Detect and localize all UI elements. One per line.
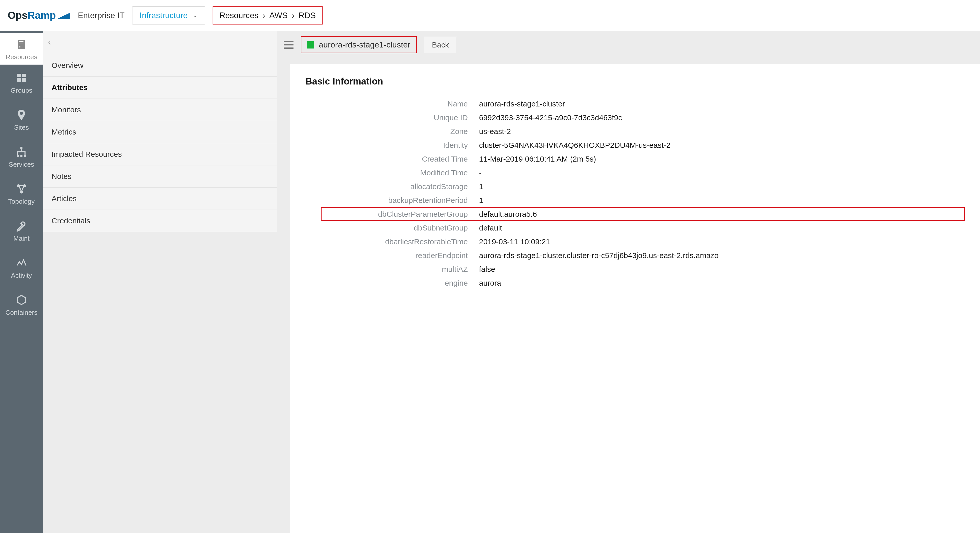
attr-row: readerEndpointaurora-rds-stage1-cluster.… [321,249,965,263]
rail-label: Services [9,161,34,169]
rail-label: Groups [11,86,32,94]
attr-key: multiAZ [321,265,479,274]
attr-value: aurora [479,279,501,288]
attributes-card: Basic Information Nameaurora-rds-stage1-… [290,64,980,533]
svg-rect-0 [18,40,25,49]
network-icon [15,146,27,158]
rail-item-topology[interactable]: Topology [0,176,43,213]
rail-item-maint[interactable]: Maint [0,213,43,250]
tools-icon [15,220,27,232]
activity-icon [15,257,27,269]
svg-rect-5 [22,74,26,77]
brand-logo: OpsRamp [8,10,70,21]
box-icon [15,294,27,306]
section-title: Basic Information [305,76,965,87]
rail-label: Resources [6,53,37,61]
attr-value: aurora-rds-stage1-cluster [479,100,565,108]
attr-key: allocatedStorage [321,182,479,191]
svg-rect-4 [17,74,21,77]
attr-row: Nameaurora-rds-stage1-cluster [321,97,965,111]
attr-key: Created Time [321,155,479,163]
svg-rect-8 [21,147,22,149]
breadcrumb-item[interactable]: AWS [269,11,288,20]
panel-item-overview[interactable]: Overview [43,54,277,76]
tenant-name[interactable]: Enterprise IT [78,11,124,20]
attr-row: Modified Time- [321,166,965,180]
rail-item-resources[interactable]: Resources [0,33,43,65]
brand-part2: Ramp [27,10,56,21]
attr-row: dbSubnetGroupdefault [321,221,965,235]
location-pin-icon [15,109,27,121]
attr-value: - [479,169,482,177]
attr-row: dbarliestRestorableTime2019-03-11 10:09:… [321,235,965,249]
rail-label: Sites [14,124,29,132]
panel-item-credentials[interactable]: Credentials [43,210,277,232]
attr-key: engine [321,279,479,288]
rail-label: Maint [13,235,30,242]
attr-key: Unique ID [321,113,479,122]
panel-item-articles[interactable]: Articles [43,188,277,210]
attr-value: cluster-5G4NAK43HVKA4Q6KHOXBP2DU4M-us-ea… [479,141,670,150]
attr-row: Identitycluster-5G4NAK43HVKA4Q6KHOXBP2DU… [321,138,965,152]
attr-row: backupRetentionPeriod1 [321,194,965,207]
panel-item-notes[interactable]: Notes [43,165,277,188]
hamburger-icon[interactable] [284,41,293,49]
nav-dropdown-label: Infrastructure [140,11,188,20]
attr-value: 1 [479,182,484,191]
panel-item-attributes[interactable]: Attributes [43,76,277,99]
svg-rect-9 [17,155,19,157]
rail-item-services[interactable]: Services [0,138,43,176]
attr-key: backupRetentionPeriod [321,196,479,205]
svg-rect-1 [19,41,24,42]
rail-label: Topology [8,197,35,205]
main: Resources Groups Sites Services Topology… [0,31,980,533]
attr-row: engineaurora [321,276,965,290]
server-icon [15,38,27,51]
attr-key: dbarliestRestorableTime [321,237,479,246]
brand-wedge-icon [57,13,70,19]
chevron-down-icon: ⌄ [193,12,197,19]
attr-value: us-east-2 [479,127,511,136]
attr-value: default.aurora5.6 [479,210,537,218]
breadcrumb-item[interactable]: Resources [220,11,259,20]
resource-title: aurora-rds-stage1-cluster [301,36,417,53]
svg-rect-10 [21,155,22,157]
attr-row: multiAZfalse [321,263,965,276]
panel-menu: Overview Attributes Monitors Metrics Imp… [43,31,277,232]
attr-value: 11-Mar-2019 06:10:41 AM (2m 5s) [479,155,596,163]
panel-item-impacted-resources[interactable]: Impacted Resources [43,143,277,165]
rail-item-activity[interactable]: Activity [0,250,43,287]
attr-row: Zoneus-east-2 [321,124,965,138]
rail-item-sites[interactable]: Sites [0,102,43,138]
attr-value: 6992d393-3754-4215-a9c0-7d3c3d463f9c [479,113,622,122]
attr-value: default [479,224,502,232]
svg-rect-2 [19,43,24,43]
attr-key: Modified Time [321,169,479,177]
rail-item-containers[interactable]: Containers [0,287,43,324]
attr-key: Zone [321,127,479,136]
attr-row: Created Time11-Mar-2019 06:10:41 AM (2m … [321,152,965,166]
attr-key: dbClusterParameterGroup [321,210,479,218]
attr-value: 2019-03-11 10:09:21 [479,237,550,246]
panel-item-metrics[interactable]: Metrics [43,121,277,143]
resource-title-text: aurora-rds-stage1-cluster [319,40,410,49]
svg-rect-7 [22,78,26,82]
svg-rect-11 [24,155,26,157]
chevron-right-icon: › [292,11,294,20]
attr-row: allocatedStorage1 [321,180,965,194]
attr-value: 1 [479,196,484,205]
secondary-panel: ‹ Overview Attributes Monitors Metrics I… [43,31,277,533]
breadcrumb-item[interactable]: RDS [299,11,316,20]
panel-back-button[interactable]: ‹ [48,37,51,47]
rail-item-groups[interactable]: Groups [0,65,43,102]
content: aurora-rds-stage1-cluster Back Basic Inf… [277,31,980,533]
rail-label: Containers [5,309,38,317]
svg-point-3 [19,46,21,48]
brand-part1: Ops [8,10,27,21]
attr-key: Name [321,100,479,108]
attr-value: aurora-rds-stage1-cluster.cluster-ro-c57… [479,251,719,260]
nav-dropdown[interactable]: Infrastructure ⌄ [132,6,205,24]
panel-item-monitors[interactable]: Monitors [43,99,277,121]
chevron-right-icon: › [262,11,266,20]
back-button[interactable]: Back [424,37,457,53]
